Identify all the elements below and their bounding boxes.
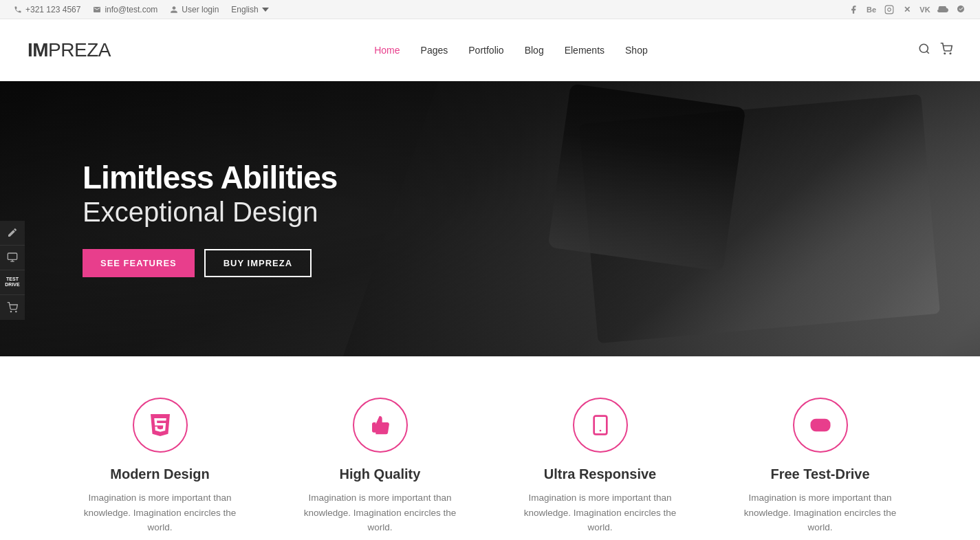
user-login-info[interactable]: User login <box>170 5 219 14</box>
hero-content: Limitless Abilities Exceptional Design S… <box>0 160 337 277</box>
side-toolbar: TESTDRIVE <box>0 221 25 320</box>
feature-desc-1: Imagination is more important than knowl… <box>71 490 250 535</box>
toolbar-edit[interactable] <box>0 221 25 246</box>
svg-point-17 <box>825 425 827 427</box>
logo-light: PREZA <box>48 39 111 61</box>
header: IMPREZA Home Pages Portfolio Blog Elemen… <box>0 19 980 81</box>
svg-point-2 <box>919 44 928 52</box>
nav-blog[interactable]: Blog <box>525 45 544 56</box>
feature-ultra-responsive: Ultra Responsive Imagination is more imp… <box>490 398 710 535</box>
feature-title-2: High Quality <box>291 466 470 482</box>
cart-icon[interactable] <box>940 43 952 58</box>
feature-title-4: Free Test-Drive <box>731 466 910 482</box>
email-icon <box>93 6 101 14</box>
toolbar-test-drive[interactable]: TESTDRIVE <box>0 270 25 295</box>
css-icon <box>149 414 171 436</box>
chevron-down-icon <box>262 6 269 13</box>
svg-point-16 <box>822 423 824 425</box>
logo-bold: IM <box>28 39 48 61</box>
toolbar-monitor[interactable] <box>0 246 25 270</box>
gamepad-icon <box>809 414 831 436</box>
social-icons: Be ✕ VK <box>848 4 966 15</box>
nav-portfolio[interactable]: Portfolio <box>468 45 503 56</box>
svg-point-9 <box>10 311 11 312</box>
nav-home[interactable]: Home <box>374 45 400 56</box>
svg-rect-0 <box>885 6 893 14</box>
svg-rect-6 <box>8 253 17 259</box>
svg-point-10 <box>16 311 17 312</box>
thumbs-up-icon <box>369 414 391 436</box>
hero-title-1: Limitless Abilities <box>83 160 337 195</box>
tablet-icon <box>589 414 611 436</box>
svg-line-3 <box>926 51 928 53</box>
ultra-responsive-icon-circle <box>573 398 628 453</box>
feature-desc-4: Imagination is more important than knowl… <box>731 490 910 535</box>
svg-rect-13 <box>811 420 829 431</box>
user-icon <box>170 6 178 14</box>
xing-icon[interactable]: ✕ <box>902 4 913 15</box>
test-drive-icon-circle <box>793 398 848 453</box>
features-section: Modern Design Imagination is more import… <box>0 356 980 540</box>
feature-test-drive: Free Test-Drive Imagination is more impo… <box>710 398 930 535</box>
hero-buttons: SEE FEATURES BUY IMPREZA <box>83 249 337 277</box>
modern-design-icon-circle <box>133 398 188 453</box>
toolbar-cart[interactable] <box>0 295 25 320</box>
phone-icon <box>14 6 22 14</box>
vk-icon[interactable]: VK <box>919 4 930 15</box>
buy-impreza-button[interactable]: BUY IMPREZA <box>204 249 312 277</box>
nav-elements[interactable]: Elements <box>565 45 605 56</box>
high-quality-icon-circle <box>353 398 408 453</box>
feature-title-1: Modern Design <box>71 466 250 482</box>
nav-pages[interactable]: Pages <box>421 45 448 56</box>
top-bar-left: +321 123 4567 info@test.com User login E… <box>14 5 269 14</box>
behance-icon[interactable]: Be <box>866 4 877 15</box>
email-info: info@test.com <box>93 5 157 14</box>
yelp-icon[interactable] <box>955 4 966 15</box>
header-icons <box>918 43 952 58</box>
feature-modern-design: Modern Design Imagination is more import… <box>50 398 270 535</box>
language-selector[interactable]: English <box>231 5 268 14</box>
hero-title-2: Exceptional Design <box>83 195 337 228</box>
monitor-icon <box>7 252 18 263</box>
hero-section: Limitless Abilities Exceptional Design S… <box>0 81 980 356</box>
see-features-button[interactable]: SEE FEATURES <box>83 249 195 277</box>
svg-point-4 <box>944 53 946 54</box>
soundcloud-icon[interactable] <box>937 4 948 15</box>
instagram-icon[interactable] <box>884 4 895 15</box>
top-bar: +321 123 4567 info@test.com User login E… <box>0 0 980 19</box>
logo[interactable]: IMPREZA <box>28 39 111 61</box>
nav-shop[interactable]: Shop <box>625 45 648 56</box>
facebook-icon[interactable] <box>848 4 859 15</box>
phone-info: +321 123 4567 <box>14 5 80 14</box>
feature-high-quality: High Quality Imagination is more importa… <box>270 398 490 535</box>
feature-desc-3: Imagination is more important than knowl… <box>511 490 690 535</box>
feature-title-3: Ultra Responsive <box>511 466 690 482</box>
svg-point-5 <box>950 53 951 54</box>
cart-toolbar-icon <box>7 302 18 313</box>
pencil-icon <box>7 227 18 238</box>
search-icon[interactable] <box>918 43 930 58</box>
feature-desc-2: Imagination is more important than knowl… <box>291 490 470 535</box>
main-nav: Home Pages Portfolio Blog Elements Shop <box>374 45 648 56</box>
